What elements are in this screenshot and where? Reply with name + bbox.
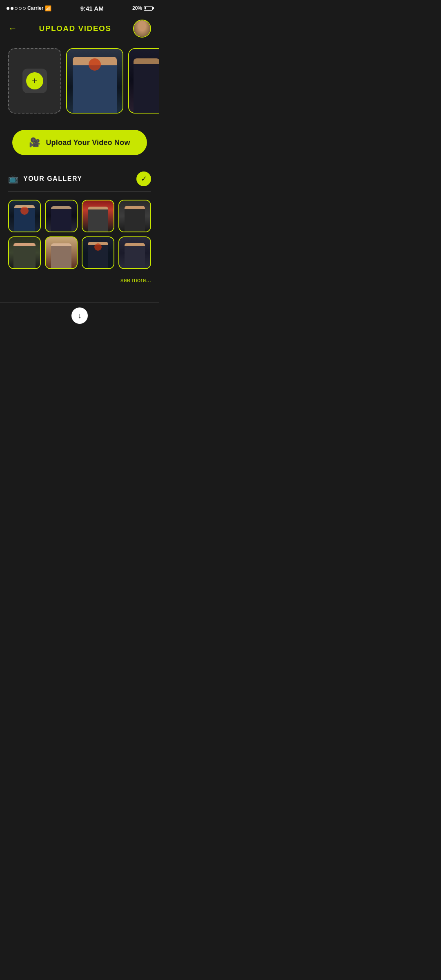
video-thumbnail-2[interactable] [128, 48, 159, 114]
time-display: 9:41 AM [80, 5, 104, 12]
upload-button-label: Upload Your Video Now [46, 138, 130, 147]
see-more-row: see more... [8, 273, 151, 290]
status-right: 20% [132, 5, 153, 11]
gallery-header: 📺 YOUR GALLERY ✓ [8, 172, 151, 192]
battery-icon [144, 6, 153, 11]
upload-video-icon: 🎥 [29, 137, 40, 148]
gallery-item-8[interactable] [118, 236, 151, 269]
back-button[interactable]: ← [8, 24, 17, 33]
carrier-label: Carrier [27, 5, 43, 11]
gallery-section: 📺 YOUR GALLERY ✓ [0, 167, 159, 298]
scroll-down-button[interactable]: ↓ [71, 307, 88, 324]
thumb-image-1 [67, 49, 122, 113]
battery-fill [145, 7, 146, 9]
page-title: UPLOAD VIDEOS [39, 24, 111, 33]
bottom-bar: ↓ [0, 302, 159, 332]
gallery-item-3[interactable] [82, 200, 114, 232]
gallery-photo-1 [9, 200, 40, 232]
gallery-title: YOUR GALLERY [23, 175, 82, 183]
avatar-image [134, 20, 150, 37]
signal-dot-1 [7, 7, 9, 10]
upload-video-button[interactable]: 🎥 Upload Your Video Now [12, 130, 147, 155]
gallery-grid-row-2 [8, 236, 151, 269]
signal-dot-2 [11, 7, 13, 10]
gallery-item-5[interactable] [8, 236, 41, 269]
gallery-photo-7 [82, 237, 114, 268]
gallery-item-4[interactable] [118, 200, 151, 232]
gallery-tv-icon: 📺 [8, 174, 18, 184]
gallery-photo-4 [119, 200, 150, 232]
gallery-item-1[interactable] [8, 200, 41, 232]
gallery-item-7[interactable] [82, 236, 114, 269]
user-avatar[interactable] [133, 20, 151, 38]
gallery-grid [8, 200, 151, 232]
status-left: Carrier 📶 [7, 5, 51, 11]
header: ← UPLOAD VIDEOS [0, 15, 159, 44]
gallery-photo-6 [46, 237, 77, 268]
signal-dot-5 [23, 7, 26, 10]
wifi-icon: 📶 [45, 5, 51, 11]
signal-dot-4 [19, 7, 22, 10]
gallery-item-2[interactable] [45, 200, 78, 232]
thumb-image-2 [129, 49, 159, 113]
gallery-title-row: 📺 YOUR GALLERY [8, 174, 82, 184]
signal-dots [7, 7, 26, 10]
gallery-photo-3 [82, 200, 114, 232]
plus-icon: + [26, 72, 43, 89]
placeholder-inner: + [22, 69, 47, 93]
video-preview-section: + [0, 44, 159, 122]
gallery-photo-2 [46, 200, 77, 232]
gallery-photo-5 [9, 237, 40, 268]
add-video-placeholder[interactable]: + [8, 48, 61, 114]
status-bar: Carrier 📶 9:41 AM 20% [0, 0, 159, 15]
video-thumbnail-1[interactable] [66, 48, 123, 114]
gallery-check-icon: ✓ [136, 172, 151, 186]
signal-dot-3 [15, 7, 18, 10]
gallery-photo-8 [119, 237, 150, 268]
battery-percent: 20% [132, 5, 142, 11]
gallery-item-6[interactable] [45, 236, 78, 269]
see-more-link[interactable]: see more... [120, 276, 151, 283]
upload-button-section: 🎥 Upload Your Video Now [0, 122, 159, 167]
